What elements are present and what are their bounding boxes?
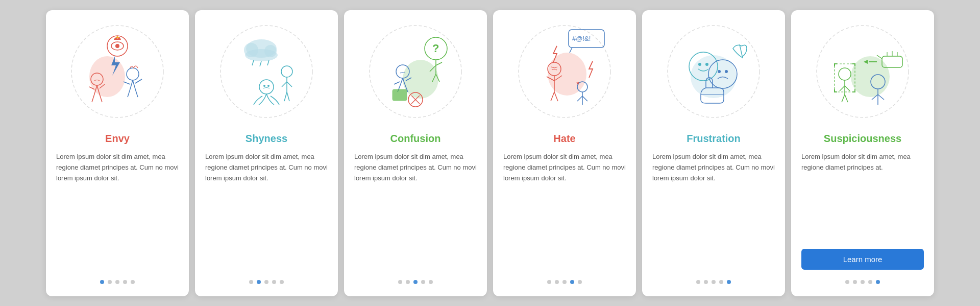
svg-line-13: [260, 61, 261, 66]
dot-5[interactable]: [727, 280, 731, 284]
frustration-body: Lorem ipsum dolor sit dim amet, mea regi…: [652, 152, 775, 270]
frustration-dots: [696, 280, 731, 284]
svg-point-40: [705, 63, 708, 66]
svg-text:#@!&!: #@!&!: [572, 35, 591, 42]
dot-1[interactable]: [696, 280, 700, 284]
card-suspiciousness: Suspiciousness Lorem ipsum dolor sit dim…: [791, 10, 934, 296]
svg-point-7: [220, 26, 312, 117]
envy-body: Lorem ipsum dolor sit dim amet, mea regi…: [56, 152, 179, 270]
dot-5[interactable]: [280, 280, 284, 284]
svg-point-39: [698, 63, 701, 66]
frustration-illustration: [663, 20, 765, 123]
card-confusion: ? Co: [344, 10, 487, 296]
svg-point-11: [245, 49, 278, 61]
shyness-title: Shyness: [246, 133, 287, 145]
svg-point-17: [267, 85, 270, 87]
dot-2[interactable]: [257, 280, 261, 284]
dot-5[interactable]: [876, 280, 880, 284]
dot-4[interactable]: [868, 280, 872, 284]
envy-title: Envy: [105, 133, 130, 145]
hate-body: Lorem ipsum dolor sit dim amet, mea regi…: [503, 152, 626, 270]
frustration-title: Frustration: [687, 133, 741, 145]
dot-3[interactable]: [115, 280, 119, 284]
shyness-body: Lorem ipsum dolor sit dim amet, mea regi…: [205, 152, 328, 270]
dot-1[interactable]: [398, 280, 402, 284]
suspiciousness-dots: [845, 280, 880, 284]
svg-line-12: [252, 60, 254, 65]
hate-illustration: #@!&!: [513, 20, 616, 123]
card-shyness: Shyness Lorem ipsum dolor sit dim amet, …: [195, 10, 338, 296]
dot-2[interactable]: [853, 280, 857, 284]
envy-dots: [100, 280, 135, 284]
dot-1[interactable]: [845, 280, 849, 284]
confusion-body: Lorem ipsum dolor sit dim amet, mea regi…: [354, 152, 477, 270]
dot-1[interactable]: [547, 280, 551, 284]
card-envy: Envy Lorem ipsum dolor sit dim amet, mea…: [46, 10, 189, 296]
svg-point-18: [281, 66, 292, 77]
card-hate: #@!&!: [493, 10, 636, 296]
envy-illustration: [66, 20, 168, 123]
card-frustration: Frustration Lorem ipsum dolor sit dim am…: [642, 10, 785, 296]
dot-5[interactable]: [578, 280, 582, 284]
dot-3[interactable]: [712, 280, 716, 284]
svg-line-14: [267, 60, 269, 65]
confusion-illustration: ?: [364, 20, 467, 123]
svg-point-16: [263, 85, 265, 87]
dot-3[interactable]: [413, 280, 418, 284]
hate-dots: [547, 280, 582, 284]
dot-4[interactable]: [272, 280, 276, 284]
dot-3[interactable]: [562, 280, 567, 284]
dot-4[interactable]: [570, 280, 574, 284]
svg-point-29: [548, 53, 586, 96]
svg-text:?: ?: [432, 42, 439, 55]
dot-4[interactable]: [719, 280, 723, 284]
dot-2[interactable]: [704, 280, 708, 284]
shyness-dots: [249, 280, 284, 284]
confusion-dots: [398, 280, 433, 284]
dot-5[interactable]: [131, 280, 135, 284]
suspiciousness-body: Lorem ipsum dolor sit dim amet, mea regi…: [801, 152, 924, 241]
svg-rect-24: [393, 89, 407, 101]
dot-1[interactable]: [249, 280, 253, 284]
confusion-title: Confusion: [390, 133, 441, 145]
dot-5[interactable]: [429, 280, 433, 284]
dot-2[interactable]: [555, 280, 559, 284]
dot-3[interactable]: [861, 280, 865, 284]
dot-4[interactable]: [421, 280, 425, 284]
dot-3[interactable]: [264, 280, 268, 284]
suspiciousness-title: Suspiciousness: [824, 133, 901, 145]
suspiciousness-illustration: [812, 20, 914, 123]
svg-point-53: [839, 68, 851, 80]
svg-point-6: [127, 68, 139, 80]
shyness-illustration: [215, 20, 317, 123]
dot-2[interactable]: [108, 280, 112, 284]
dot-4[interactable]: [123, 280, 127, 284]
dot-1[interactable]: [100, 280, 104, 284]
svg-point-42: [718, 70, 721, 73]
cards-container: Envy Lorem ipsum dolor sit dim amet, mea…: [46, 10, 934, 296]
learn-more-button[interactable]: Learn more: [801, 249, 924, 270]
dot-2[interactable]: [406, 280, 410, 284]
svg-point-4: [115, 44, 119, 48]
svg-point-43: [725, 70, 728, 73]
svg-point-15: [259, 80, 274, 94]
hate-title: Hate: [553, 133, 575, 145]
